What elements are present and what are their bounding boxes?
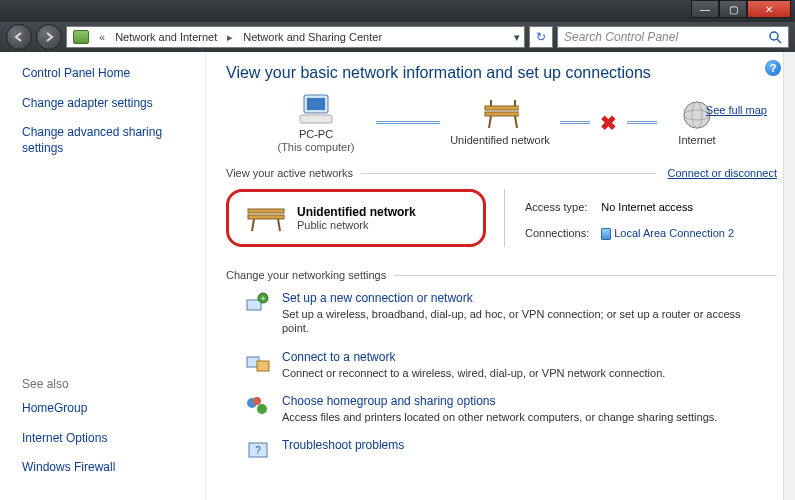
- minimize-button[interactable]: —: [691, 0, 719, 18]
- map-connector: [560, 121, 590, 124]
- address-dropdown-icon[interactable]: ▾: [514, 31, 520, 44]
- svg-line-1: [777, 39, 781, 43]
- breadcrumb[interactable]: « Network and Internet ▸ Network and Sha…: [66, 26, 525, 48]
- troubleshoot-icon: ?: [244, 438, 272, 464]
- chevron-right-icon: ▸: [223, 31, 237, 44]
- svg-line-7: [489, 116, 491, 128]
- network-connect-icon: [244, 350, 272, 376]
- sidebar-internet-options-link[interactable]: Internet Options: [22, 431, 195, 447]
- sidebar: Control Panel Home Change adapter settin…: [0, 52, 206, 500]
- crumb-prefix: «: [95, 31, 109, 43]
- connections-label: Connections:: [525, 221, 599, 245]
- connection-info: Access type: No Internet access Connecti…: [523, 189, 736, 247]
- map-node-unident-label: Unidentified network: [450, 134, 550, 147]
- see-also-heading: See also: [22, 377, 195, 391]
- computer-icon: [297, 92, 335, 126]
- setting-item-setup[interactable]: + Set up a new connection or network Set…: [244, 291, 777, 336]
- setting-setup-link[interactable]: Set up a new connection or network: [282, 291, 473, 305]
- setting-connect-link[interactable]: Connect to a network: [282, 350, 395, 364]
- setting-setup-desc: Set up a wireless, broadband, dial-up, a…: [282, 307, 742, 336]
- search-input[interactable]: Search Control Panel: [557, 26, 789, 48]
- active-networks-label: View your active networks: [226, 167, 353, 179]
- settings-list: + Set up a new connection or network Set…: [226, 291, 777, 464]
- main-panel: ? View your basic network information an…: [206, 52, 795, 500]
- active-networks-header: View your active networks Connect or dis…: [226, 167, 777, 179]
- map-connector: [627, 121, 657, 124]
- network-card-title: Unidentified network: [297, 205, 416, 219]
- map-node-internet-label: Internet: [678, 134, 715, 147]
- map-connector: [376, 121, 440, 124]
- change-settings-label: Change your networking settings: [226, 269, 386, 281]
- svg-point-0: [770, 32, 778, 40]
- sidebar-home-link[interactable]: Control Panel Home: [22, 66, 195, 82]
- map-node-this-pc[interactable]: PC-PC (This computer): [256, 92, 376, 153]
- arrow-right-icon: [44, 32, 54, 42]
- setting-item-connect[interactable]: Connect to a network Connect or reconnec…: [244, 350, 777, 380]
- back-button[interactable]: [6, 24, 32, 50]
- address-bar: « Network and Internet ▸ Network and Sha…: [0, 22, 795, 52]
- refresh-button[interactable]: ↻: [529, 26, 553, 48]
- access-type-value: No Internet access: [601, 195, 734, 219]
- sidebar-advanced-link[interactable]: Change advanced sharing settings: [22, 125, 195, 156]
- svg-rect-5: [485, 106, 519, 110]
- network-map: PC-PC (This computer) Unidentified netwo…: [256, 92, 777, 153]
- setting-homegroup-desc: Access files and printers located on oth…: [282, 410, 717, 424]
- svg-rect-3: [307, 98, 325, 110]
- svg-point-26: [253, 397, 261, 405]
- access-type-label: Access type:: [525, 195, 599, 219]
- sidebar-firewall-link[interactable]: Windows Firewall: [22, 460, 195, 476]
- control-panel-icon: [73, 30, 89, 44]
- svg-line-17: [252, 219, 254, 231]
- setting-item-troubleshoot[interactable]: ? Troubleshoot problems: [244, 438, 777, 464]
- setting-connect-desc: Connect or reconnect to a wireless, wire…: [282, 366, 665, 380]
- map-node-unidentified[interactable]: Unidentified network: [440, 98, 560, 147]
- close-button[interactable]: ✕: [747, 0, 791, 18]
- forward-button[interactable]: [36, 24, 62, 50]
- svg-rect-6: [485, 112, 519, 116]
- svg-line-18: [278, 219, 280, 231]
- svg-rect-15: [248, 209, 284, 213]
- help-icon[interactable]: ?: [765, 60, 781, 76]
- disconnect-x-icon: ✖: [600, 111, 617, 135]
- connection-link[interactable]: Local Area Connection 2: [614, 227, 734, 239]
- map-node-pc-sub: (This computer): [277, 141, 354, 153]
- map-node-pc-label: PC-PC: [299, 128, 333, 141]
- svg-rect-4: [300, 115, 332, 123]
- titlebar: — ▢ ✕: [0, 0, 795, 22]
- network-card-highlight[interactable]: Unidentified network Public network: [226, 189, 486, 247]
- bench-icon: [481, 98, 519, 132]
- active-network-row: Unidentified network Public network Acce…: [226, 189, 777, 247]
- crumb-network-internet[interactable]: Network and Internet: [115, 31, 217, 43]
- setting-item-homegroup[interactable]: Choose homegroup and sharing options Acc…: [244, 394, 777, 424]
- setting-troubleshoot-link[interactable]: Troubleshoot problems: [282, 438, 404, 452]
- network-setup-icon: +: [244, 291, 272, 317]
- svg-rect-16: [248, 215, 284, 219]
- svg-text:+: +: [261, 294, 266, 303]
- svg-rect-23: [257, 361, 269, 371]
- svg-line-8: [515, 116, 517, 128]
- change-settings-header: Change your networking settings: [226, 269, 777, 281]
- arrow-left-icon: [14, 32, 24, 42]
- see-full-map-link[interactable]: See full map: [706, 104, 767, 116]
- network-card-type: Public network: [297, 219, 416, 231]
- content: Control Panel Home Change adapter settin…: [0, 52, 795, 500]
- setting-homegroup-link[interactable]: Choose homegroup and sharing options: [282, 394, 495, 408]
- ethernet-icon: [601, 228, 611, 240]
- svg-text:?: ?: [255, 445, 261, 456]
- window: — ▢ ✕ « Network and Internet ▸ Network a…: [0, 0, 795, 500]
- scrollbar[interactable]: [783, 52, 795, 500]
- search-icon[interactable]: [768, 30, 782, 44]
- sidebar-homegroup-link[interactable]: HomeGroup: [22, 401, 195, 417]
- refresh-icon: ↻: [536, 30, 546, 44]
- connect-disconnect-link[interactable]: Connect or disconnect: [656, 167, 777, 179]
- homegroup-icon: [244, 394, 272, 420]
- sidebar-adapter-link[interactable]: Change adapter settings: [22, 96, 195, 112]
- search-placeholder: Search Control Panel: [564, 30, 678, 44]
- svg-point-25: [257, 404, 267, 414]
- crumb-network-sharing[interactable]: Network and Sharing Center: [243, 31, 382, 43]
- maximize-button[interactable]: ▢: [719, 0, 747, 18]
- bench-icon: [243, 200, 289, 236]
- page-title: View your basic network information and …: [226, 64, 777, 82]
